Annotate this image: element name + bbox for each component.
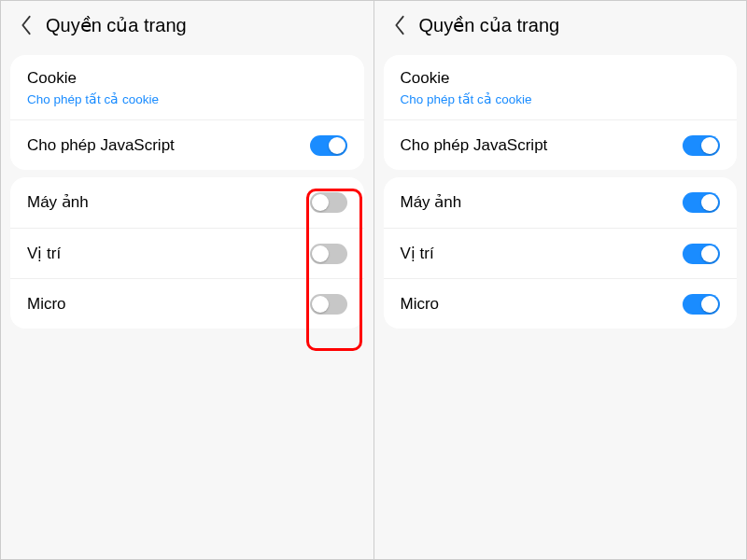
row-javascript[interactable]: Cho phép JavaScript <box>384 119 738 170</box>
toggle-knob <box>701 296 718 313</box>
location-toggle[interactable] <box>683 244 720 264</box>
toggle-knob <box>312 245 329 262</box>
card-general: Cookie Cho phép tất cả cookie Cho phép J… <box>384 55 738 170</box>
row-javascript[interactable]: Cho phép JavaScript <box>10 119 364 170</box>
row-location[interactable]: Vị trí <box>384 228 738 278</box>
micro-label: Micro <box>401 294 440 315</box>
back-button[interactable] <box>389 15 410 35</box>
location-label: Vị trí <box>401 244 434 264</box>
row-cookie[interactable]: Cookie Cho phép tất cả cookie <box>384 55 738 119</box>
cookie-label: Cookie <box>401 68 532 89</box>
javascript-toggle[interactable] <box>310 135 347 156</box>
right-screen: Quyền của trang Cookie Cho phép tất cả c… <box>374 1 747 559</box>
cookie-sub: Cho phép tất cả cookie <box>27 91 159 106</box>
camera-toggle[interactable] <box>310 192 347 213</box>
toggle-knob <box>312 296 329 313</box>
row-location[interactable]: Vị trí <box>10 228 364 278</box>
javascript-label: Cho phép JavaScript <box>401 135 548 156</box>
toggle-knob <box>329 137 345 154</box>
camera-toggle[interactable] <box>683 192 720 213</box>
back-button[interactable] <box>16 15 36 35</box>
chevron-left-icon <box>20 15 33 35</box>
card-general: Cookie Cho phép tất cả cookie Cho phép J… <box>10 55 364 170</box>
card-permissions: Máy ảnh Vị trí Micro <box>10 177 364 329</box>
page-title: Quyền của trang <box>46 14 187 36</box>
header: Quyền của trang <box>1 1 374 48</box>
toggle-knob <box>701 137 718 154</box>
toggle-knob <box>701 245 718 262</box>
header: Quyền của trang <box>374 1 747 48</box>
row-cookie[interactable]: Cookie Cho phép tất cả cookie <box>10 55 364 119</box>
toggle-knob <box>312 194 329 211</box>
cookie-sub: Cho phép tất cả cookie <box>401 91 532 106</box>
row-camera[interactable]: Máy ảnh <box>10 177 364 228</box>
row-camera[interactable]: Máy ảnh <box>384 177 738 228</box>
page-title: Quyền của trang <box>419 14 560 36</box>
micro-label: Micro <box>27 294 66 315</box>
location-label: Vị trí <box>27 244 61 264</box>
javascript-label: Cho phép JavaScript <box>27 135 175 156</box>
chevron-left-icon <box>393 15 406 35</box>
row-micro[interactable]: Micro <box>384 278 738 329</box>
left-screen: Quyền của trang Cookie Cho phép tất cả c… <box>1 1 374 559</box>
cookie-label: Cookie <box>27 68 159 89</box>
location-toggle[interactable] <box>310 244 347 264</box>
camera-label: Máy ảnh <box>27 192 89 213</box>
camera-label: Máy ảnh <box>401 192 462 213</box>
card-permissions: Máy ảnh Vị trí Micro <box>384 177 738 329</box>
toggle-knob <box>701 194 718 211</box>
javascript-toggle[interactable] <box>683 135 720 156</box>
micro-toggle[interactable] <box>683 294 720 315</box>
micro-toggle[interactable] <box>310 294 347 315</box>
row-micro[interactable]: Micro <box>10 278 364 329</box>
